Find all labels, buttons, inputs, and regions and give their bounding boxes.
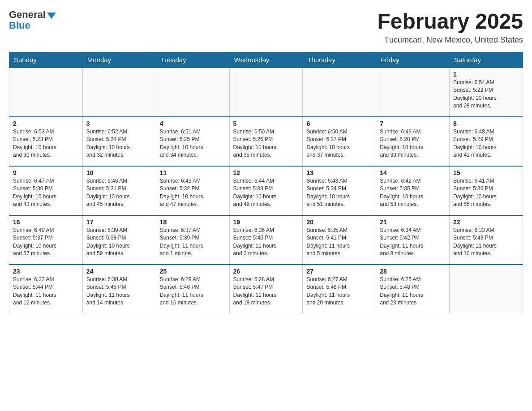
calendar-cell: 25Sunrise: 6:29 AMSunset: 5:46 PMDayligh… [156, 265, 229, 314]
day-number: 27 [306, 268, 372, 275]
calendar-cell: 16Sunrise: 6:40 AMSunset: 5:37 PMDayligh… [9, 215, 83, 265]
day-header-friday: Friday [376, 52, 450, 68]
day-number: 22 [453, 218, 519, 226]
day-number: 19 [233, 218, 299, 226]
day-number: 14 [380, 169, 446, 176]
day-number: 4 [160, 120, 226, 127]
calendar-cell: 7Sunrise: 6:49 AMSunset: 5:28 PMDaylight… [376, 117, 450, 166]
day-number: 25 [160, 268, 226, 275]
calendar-cell: 9Sunrise: 6:47 AMSunset: 5:30 PMDaylight… [9, 166, 83, 215]
day-info: Sunrise: 6:28 AMSunset: 5:47 PMDaylight:… [233, 276, 299, 307]
calendar-cell: 27Sunrise: 6:27 AMSunset: 5:48 PMDayligh… [303, 265, 376, 314]
calendar-cell: 11Sunrise: 6:45 AMSunset: 5:32 PMDayligh… [156, 166, 229, 215]
calendar-cell: 2Sunrise: 6:53 AMSunset: 5:23 PMDaylight… [9, 117, 83, 166]
day-info: Sunrise: 6:40 AMSunset: 5:37 PMDaylight:… [13, 227, 79, 258]
calendar-cell: 18Sunrise: 6:37 AMSunset: 5:39 PMDayligh… [156, 215, 229, 265]
day-info: Sunrise: 6:42 AMSunset: 5:35 PMDaylight:… [380, 177, 446, 209]
day-header-sunday: Sunday [9, 52, 83, 68]
calendar-cell: 15Sunrise: 6:41 AMSunset: 5:36 PMDayligh… [450, 166, 523, 215]
day-number: 28 [380, 268, 446, 275]
day-info: Sunrise: 6:41 AMSunset: 5:36 PMDaylight:… [453, 177, 519, 209]
day-info: Sunrise: 6:50 AMSunset: 5:26 PMDaylight:… [233, 128, 299, 159]
day-number: 1 [453, 71, 519, 78]
calendar-table: SundayMondayTuesdayWednesdayThursdayFrid… [9, 52, 523, 314]
day-info: Sunrise: 6:47 AMSunset: 5:30 PMDaylight:… [13, 177, 79, 209]
day-info: Sunrise: 6:25 AMSunset: 5:48 PMDaylight:… [380, 276, 446, 307]
calendar-cell [303, 68, 376, 117]
day-info: Sunrise: 6:52 AMSunset: 5:24 PMDaylight:… [86, 128, 152, 159]
day-info: Sunrise: 6:29 AMSunset: 5:46 PMDaylight:… [160, 276, 226, 307]
day-number: 15 [453, 169, 519, 176]
day-info: Sunrise: 6:45 AMSunset: 5:32 PMDaylight:… [160, 177, 226, 209]
logo: General Blue [9, 9, 56, 31]
calendar-cell: 20Sunrise: 6:35 AMSunset: 5:41 PMDayligh… [303, 215, 376, 265]
calendar-cell: 8Sunrise: 6:48 AMSunset: 5:29 PMDaylight… [450, 117, 523, 166]
day-number: 24 [86, 268, 152, 275]
calendar-week-1: 1Sunrise: 6:54 AMSunset: 5:22 PMDaylight… [9, 68, 523, 117]
day-header-saturday: Saturday [450, 52, 523, 68]
day-header-monday: Monday [82, 52, 156, 68]
calendar-body: 1Sunrise: 6:54 AMSunset: 5:22 PMDaylight… [9, 68, 523, 314]
calendar-cell: 21Sunrise: 6:34 AMSunset: 5:42 PMDayligh… [376, 215, 450, 265]
day-info: Sunrise: 6:37 AMSunset: 5:39 PMDaylight:… [160, 227, 226, 258]
calendar-cell: 22Sunrise: 6:33 AMSunset: 5:43 PMDayligh… [450, 215, 523, 265]
calendar-week-4: 16Sunrise: 6:40 AMSunset: 5:37 PMDayligh… [9, 215, 523, 265]
day-number: 9 [13, 169, 79, 176]
day-number: 6 [306, 120, 372, 127]
logo-general-text: General [9, 9, 46, 21]
calendar-cell: 28Sunrise: 6:25 AMSunset: 5:48 PMDayligh… [376, 265, 450, 314]
day-header-wednesday: Wednesday [229, 52, 303, 68]
day-info: Sunrise: 6:48 AMSunset: 5:29 PMDaylight:… [453, 128, 519, 159]
day-header-thursday: Thursday [303, 52, 376, 68]
day-headers-row: SundayMondayTuesdayWednesdayThursdayFrid… [9, 52, 523, 68]
calendar-cell: 24Sunrise: 6:30 AMSunset: 5:45 PMDayligh… [82, 265, 156, 314]
page-header: General Blue February 2025 Tucumcari, Ne… [9, 9, 523, 45]
day-number: 20 [306, 218, 372, 226]
calendar-title: February 2025 [377, 9, 523, 34]
day-info: Sunrise: 6:39 AMSunset: 5:38 PMDaylight:… [86, 227, 152, 258]
calendar-cell: 26Sunrise: 6:28 AMSunset: 5:47 PMDayligh… [229, 265, 303, 314]
calendar-cell [229, 68, 303, 117]
calendar-cell [156, 68, 229, 117]
calendar-cell: 3Sunrise: 6:52 AMSunset: 5:24 PMDaylight… [82, 117, 156, 166]
calendar-cell: 6Sunrise: 6:50 AMSunset: 5:27 PMDaylight… [303, 117, 376, 166]
day-number: 7 [380, 120, 446, 127]
day-info: Sunrise: 6:44 AMSunset: 5:33 PMDaylight:… [233, 177, 299, 209]
day-number: 18 [160, 218, 226, 226]
day-header-tuesday: Tuesday [156, 52, 229, 68]
title-block: February 2025 Tucumcari, New Mexico, Uni… [377, 9, 523, 45]
calendar-week-5: 23Sunrise: 6:32 AMSunset: 5:44 PMDayligh… [9, 265, 523, 314]
day-info: Sunrise: 6:43 AMSunset: 5:34 PMDaylight:… [306, 177, 372, 209]
day-info: Sunrise: 6:32 AMSunset: 5:44 PMDaylight:… [13, 276, 79, 307]
calendar-cell: 19Sunrise: 6:36 AMSunset: 5:40 PMDayligh… [229, 215, 303, 265]
day-number: 13 [306, 169, 372, 176]
day-info: Sunrise: 6:51 AMSunset: 5:25 PMDaylight:… [160, 128, 226, 159]
calendar-header: SundayMondayTuesdayWednesdayThursdayFrid… [9, 52, 523, 68]
day-info: Sunrise: 6:36 AMSunset: 5:40 PMDaylight:… [233, 227, 299, 258]
day-info: Sunrise: 6:46 AMSunset: 5:31 PMDaylight:… [86, 177, 152, 209]
day-number: 10 [86, 169, 152, 176]
calendar-cell [376, 68, 450, 117]
logo-blue-text: Blue [9, 20, 30, 31]
day-info: Sunrise: 6:35 AMSunset: 5:41 PMDaylight:… [306, 227, 372, 258]
day-number: 26 [233, 268, 299, 275]
calendar-cell [82, 68, 156, 117]
day-info: Sunrise: 6:30 AMSunset: 5:45 PMDaylight:… [86, 276, 152, 307]
calendar-week-2: 2Sunrise: 6:53 AMSunset: 5:23 PMDaylight… [9, 117, 523, 166]
day-info: Sunrise: 6:27 AMSunset: 5:48 PMDaylight:… [306, 276, 372, 307]
calendar-cell: 17Sunrise: 6:39 AMSunset: 5:38 PMDayligh… [82, 215, 156, 265]
day-number: 17 [86, 218, 152, 226]
day-number: 3 [86, 120, 152, 127]
day-info: Sunrise: 6:53 AMSunset: 5:23 PMDaylight:… [13, 128, 79, 159]
calendar-week-3: 9Sunrise: 6:47 AMSunset: 5:30 PMDaylight… [9, 166, 523, 215]
day-info: Sunrise: 6:33 AMSunset: 5:43 PMDaylight:… [453, 227, 519, 258]
day-info: Sunrise: 6:50 AMSunset: 5:27 PMDaylight:… [306, 128, 372, 159]
calendar-cell: 5Sunrise: 6:50 AMSunset: 5:26 PMDaylight… [229, 117, 303, 166]
day-number: 8 [453, 120, 519, 127]
calendar-cell [450, 265, 523, 314]
day-number: 5 [233, 120, 299, 127]
calendar-cell: 23Sunrise: 6:32 AMSunset: 5:44 PMDayligh… [9, 265, 83, 314]
day-info: Sunrise: 6:54 AMSunset: 5:22 PMDaylight:… [453, 79, 519, 110]
day-info: Sunrise: 6:34 AMSunset: 5:42 PMDaylight:… [380, 227, 446, 258]
calendar-cell: 1Sunrise: 6:54 AMSunset: 5:22 PMDaylight… [450, 68, 523, 117]
